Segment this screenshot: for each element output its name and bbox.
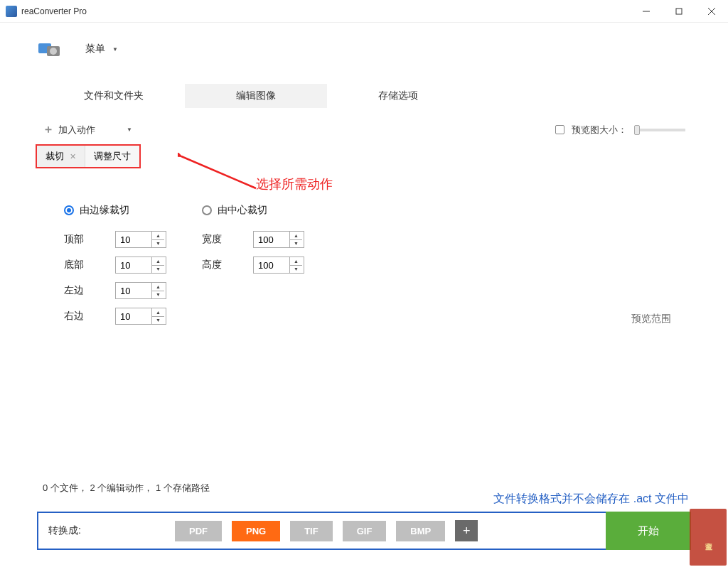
start-button[interactable]: 开始 (606, 512, 691, 550)
preview-area-label: 预览范围 (631, 313, 671, 325)
spinner-bottom[interactable]: ▲▼ (115, 256, 166, 274)
menu-dropdown[interactable]: 菜单 ▼ (78, 40, 125, 58)
label-width: 宽度 (202, 233, 236, 246)
label-height: 高度 (202, 259, 236, 271)
add-action-label: 加入动作 (58, 124, 95, 136)
crop-panel: 由边缘裁切 顶部 ▲▼ 底部 ▲▼ 左边 ▲▼ 右边 ▲▼ 由中心裁切 宽度 ▲… (0, 168, 728, 339)
annotation-highlight-box: 裁切 ✕ 调整尺寸 (36, 144, 141, 168)
radio-center-crop[interactable]: 由中心裁切 (202, 204, 304, 217)
input-left[interactable] (116, 283, 151, 298)
svg-line-8 (181, 156, 256, 188)
arrow-down-icon[interactable]: ▼ (290, 266, 302, 274)
label-right: 右边 (64, 310, 98, 323)
spinner-left[interactable]: ▲▼ (115, 282, 166, 299)
menubar: 菜单 ▼ (0, 23, 728, 64)
arrow-up-icon[interactable]: ▲ (152, 308, 164, 317)
app-icon (6, 6, 17, 17)
annotation-text-1: 选择所需动作 (256, 176, 333, 193)
subtab-resize[interactable]: 调整尺寸 (85, 146, 139, 167)
input-bottom[interactable] (116, 257, 151, 273)
format-pdf[interactable]: PDF (175, 521, 222, 541)
input-height[interactable] (254, 257, 289, 273)
radio-icon (202, 205, 212, 215)
format-bmp[interactable]: BMP (396, 521, 445, 541)
close-button[interactable] (695, 0, 728, 23)
preview-size-checkbox[interactable] (555, 125, 564, 134)
arrow-down-icon[interactable]: ▼ (152, 266, 164, 274)
preview-size-label: 预览图大小： (572, 124, 627, 136)
svg-rect-1 (676, 9, 682, 14)
annotation-arrow (178, 153, 263, 195)
format-tif[interactable]: TIF (290, 521, 333, 541)
arrow-up-icon[interactable]: ▲ (290, 232, 302, 240)
label-left: 左边 (64, 284, 98, 297)
crop-center-column: 由中心裁切 宽度 ▲▼ 高度 ▲▼ (202, 204, 304, 325)
crop-edge-column: 由边缘裁切 顶部 ▲▼ 底部 ▲▼ 左边 ▲▼ 右边 ▲▼ (64, 204, 166, 325)
tab-files[interactable]: 文件和文件夹 (43, 84, 185, 108)
input-right[interactable] (116, 308, 151, 324)
preview-size-slider[interactable] (634, 129, 685, 131)
window-title: reaConverter Pro (21, 6, 630, 16)
preview-size-control: 预览图大小： (555, 124, 685, 136)
arrow-up-icon[interactable]: ▲ (152, 283, 164, 291)
watermark-stamp: 金盒藏宝 (690, 509, 727, 566)
subtab-resize-label: 调整尺寸 (94, 150, 131, 163)
label-top: 顶部 (64, 233, 98, 246)
arrow-up-icon[interactable]: ▲ (152, 232, 164, 240)
slider-thumb[interactable] (634, 125, 640, 135)
subtab-row: 裁切 ✕ 调整尺寸 选择所需动作 (0, 144, 728, 168)
input-width[interactable] (254, 232, 289, 247)
spinner-right[interactable]: ▲▼ (115, 308, 166, 325)
minimize-button[interactable] (630, 0, 663, 23)
tab-save-options[interactable]: 存储选项 (327, 84, 469, 108)
chevron-down-icon: ▼ (112, 46, 118, 53)
annotation-text-2: 文件转换格式并不会储存在 .act 文件中 (493, 492, 689, 507)
label-bottom: 底部 (64, 259, 98, 271)
format-bar: 转换成: PDF PNG TIF GIF BMP + 开始 (37, 512, 691, 550)
subtab-crop[interactable]: 裁切 ✕ (37, 146, 85, 167)
plus-icon: ＋ (43, 122, 54, 137)
radio-edge-label: 由边缘裁切 (80, 204, 129, 217)
spinner-top[interactable]: ▲▼ (115, 231, 166, 248)
format-gif[interactable]: GIF (343, 521, 387, 541)
maximize-button[interactable] (663, 0, 695, 23)
radio-center-label: 由中心裁切 (218, 204, 267, 217)
spinner-height[interactable]: ▲▼ (253, 256, 304, 274)
arrow-down-icon[interactable]: ▼ (290, 240, 302, 248)
format-png[interactable]: PNG (232, 521, 280, 541)
svg-point-6 (50, 48, 57, 55)
subtab-crop-label: 裁切 (46, 150, 64, 163)
radio-edge-crop[interactable]: 由边缘裁切 (64, 204, 166, 217)
arrow-down-icon[interactable]: ▼ (152, 317, 164, 325)
input-top[interactable] (116, 232, 151, 247)
arrow-down-icon[interactable]: ▼ (152, 291, 164, 299)
chevron-down-icon: ▼ (127, 126, 132, 133)
status-line: 0 个文件， 2 个编辑动作， 1 个存储路径 (43, 482, 210, 495)
menu-label: 菜单 (85, 43, 105, 55)
spinner-width[interactable]: ▲▼ (253, 231, 304, 248)
action-toolbar: ＋ 加入动作 ▼ 预览图大小： (0, 112, 728, 140)
radio-icon (64, 205, 74, 215)
close-icon[interactable]: ✕ (70, 152, 76, 161)
arrow-up-icon[interactable]: ▲ (290, 257, 302, 266)
convert-to-label: 转换成: (48, 524, 112, 537)
arrow-down-icon[interactable]: ▼ (152, 240, 164, 248)
add-format-button[interactable]: + (455, 520, 478, 541)
add-action-button[interactable]: ＋ 加入动作 ▼ (43, 122, 132, 137)
main-tabs: 文件和文件夹 编辑图像 存储选项 (0, 64, 728, 112)
app-logo (36, 38, 64, 60)
tab-edit-image[interactable]: 编辑图像 (185, 84, 327, 108)
arrow-up-icon[interactable]: ▲ (152, 257, 164, 266)
titlebar: reaConverter Pro (0, 0, 728, 23)
